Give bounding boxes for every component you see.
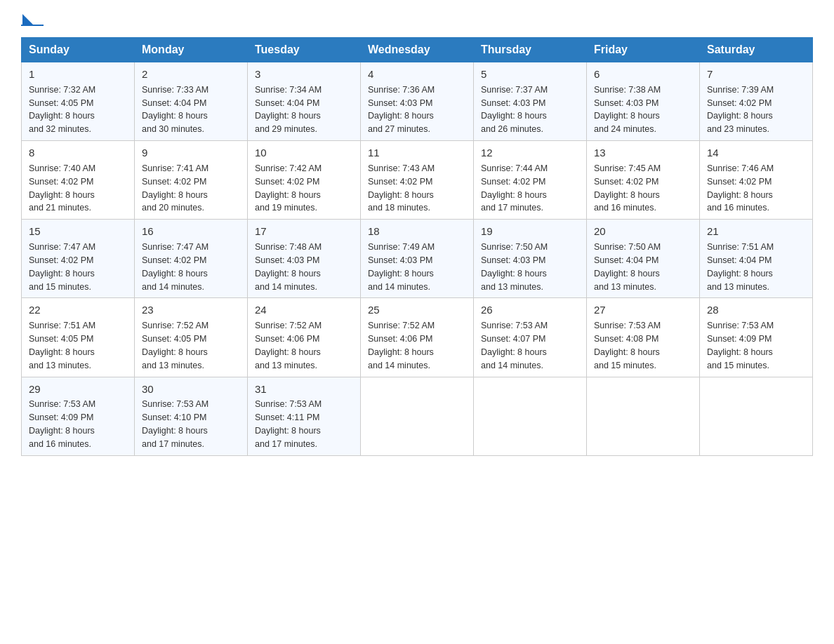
day-cell: 29 Sunrise: 7:53 AMSunset: 4:09 PMDaylig… — [22, 377, 135, 455]
day-number: 24 — [255, 302, 353, 318]
day-cell: 26 Sunrise: 7:53 AMSunset: 4:07 PMDaylig… — [474, 298, 587, 377]
weekday-header-tuesday: Tuesday — [248, 38, 361, 62]
day-number: 14 — [707, 145, 805, 161]
day-cell: 15 Sunrise: 7:47 AMSunset: 4:02 PMDaylig… — [22, 220, 135, 298]
weekday-header-friday: Friday — [587, 38, 700, 62]
day-cell: 14 Sunrise: 7:46 AMSunset: 4:02 PMDaylig… — [700, 141, 813, 220]
day-cell: 8 Sunrise: 7:40 AMSunset: 4:02 PMDayligh… — [22, 141, 135, 220]
day-cell: 16 Sunrise: 7:47 AMSunset: 4:02 PMDaylig… — [135, 220, 248, 298]
day-cell — [361, 377, 474, 455]
day-info: Sunrise: 7:53 AMSunset: 4:09 PMDaylight:… — [29, 399, 95, 449]
day-info: Sunrise: 7:33 AMSunset: 4:04 PMDaylight:… — [142, 85, 208, 135]
weekday-header-thursday: Thursday — [474, 38, 587, 62]
weekday-header-saturday: Saturday — [700, 38, 813, 62]
day-cell: 22 Sunrise: 7:51 AMSunset: 4:05 PMDaylig… — [22, 298, 135, 377]
day-number: 6 — [594, 67, 692, 82]
week-row-3: 15 Sunrise: 7:47 AMSunset: 4:02 PMDaylig… — [22, 220, 813, 298]
day-cell: 28 Sunrise: 7:53 AMSunset: 4:09 PMDaylig… — [700, 298, 813, 377]
day-info: Sunrise: 7:53 AMSunset: 4:11 PMDaylight:… — [255, 399, 322, 449]
day-cell: 23 Sunrise: 7:52 AMSunset: 4:05 PMDaylig… — [135, 298, 248, 377]
day-cell — [474, 377, 587, 455]
day-cell — [587, 377, 700, 455]
day-cell — [700, 377, 813, 455]
day-info: Sunrise: 7:43 AMSunset: 4:02 PMDaylight:… — [368, 163, 435, 213]
day-cell: 1 Sunrise: 7:32 AMSunset: 4:05 PMDayligh… — [22, 62, 135, 141]
day-number: 27 — [594, 302, 692, 318]
weekday-header-sunday: Sunday — [22, 38, 135, 62]
week-row-4: 22 Sunrise: 7:51 AMSunset: 4:05 PMDaylig… — [22, 298, 813, 377]
week-row-1: 1 Sunrise: 7:32 AMSunset: 4:05 PMDayligh… — [22, 62, 813, 141]
day-cell: 4 Sunrise: 7:36 AMSunset: 4:03 PMDayligh… — [361, 62, 474, 141]
day-info: Sunrise: 7:53 AMSunset: 4:08 PMDaylight:… — [594, 321, 661, 370]
day-info: Sunrise: 7:32 AMSunset: 4:05 PMDaylight:… — [29, 85, 95, 135]
day-cell: 24 Sunrise: 7:52 AMSunset: 4:06 PMDaylig… — [248, 298, 361, 377]
day-info: Sunrise: 7:47 AMSunset: 4:02 PMDaylight:… — [29, 242, 95, 292]
calendar-table: SundayMondayTuesdayWednesdayThursdayFrid… — [21, 37, 813, 456]
day-info: Sunrise: 7:51 AMSunset: 4:05 PMDaylight:… — [29, 321, 95, 370]
day-number: 29 — [29, 382, 127, 397]
day-cell: 18 Sunrise: 7:49 AMSunset: 4:03 PMDaylig… — [361, 220, 474, 298]
day-cell: 9 Sunrise: 7:41 AMSunset: 4:02 PMDayligh… — [135, 141, 248, 220]
day-number: 25 — [368, 302, 466, 318]
day-info: Sunrise: 7:45 AMSunset: 4:02 PMDaylight:… — [594, 163, 661, 213]
day-cell: 11 Sunrise: 7:43 AMSunset: 4:02 PMDaylig… — [361, 141, 474, 220]
day-info: Sunrise: 7:47 AMSunset: 4:02 PMDaylight:… — [142, 242, 208, 292]
day-number: 9 — [142, 145, 240, 161]
day-cell: 27 Sunrise: 7:53 AMSunset: 4:08 PMDaylig… — [587, 298, 700, 377]
day-info: Sunrise: 7:38 AMSunset: 4:03 PMDaylight:… — [594, 85, 661, 135]
day-number: 23 — [142, 302, 240, 318]
day-number: 18 — [368, 224, 466, 239]
day-info: Sunrise: 7:37 AMSunset: 4:03 PMDaylight:… — [481, 85, 548, 135]
day-info: Sunrise: 7:44 AMSunset: 4:02 PMDaylight:… — [481, 163, 548, 213]
day-info: Sunrise: 7:52 AMSunset: 4:06 PMDaylight:… — [368, 321, 435, 370]
day-info: Sunrise: 7:49 AMSunset: 4:03 PMDaylight:… — [368, 242, 435, 292]
day-number: 17 — [255, 224, 353, 239]
day-number: 3 — [255, 67, 353, 82]
day-cell: 2 Sunrise: 7:33 AMSunset: 4:04 PMDayligh… — [135, 62, 248, 141]
day-cell: 31 Sunrise: 7:53 AMSunset: 4:11 PMDaylig… — [248, 377, 361, 455]
day-info: Sunrise: 7:53 AMSunset: 4:10 PMDaylight:… — [142, 399, 208, 449]
day-number: 5 — [481, 67, 579, 82]
day-number: 20 — [594, 224, 692, 239]
day-cell: 17 Sunrise: 7:48 AMSunset: 4:03 PMDaylig… — [248, 220, 361, 298]
weekday-header-row: SundayMondayTuesdayWednesdayThursdayFrid… — [22, 38, 813, 62]
day-number: 7 — [707, 67, 805, 82]
day-number: 31 — [255, 382, 353, 397]
day-cell: 7 Sunrise: 7:39 AMSunset: 4:02 PMDayligh… — [700, 62, 813, 141]
week-row-5: 29 Sunrise: 7:53 AMSunset: 4:09 PMDaylig… — [22, 377, 813, 455]
day-number: 11 — [368, 145, 466, 161]
day-cell: 10 Sunrise: 7:42 AMSunset: 4:02 PMDaylig… — [248, 141, 361, 220]
day-info: Sunrise: 7:39 AMSunset: 4:02 PMDaylight:… — [707, 85, 774, 135]
day-cell: 12 Sunrise: 7:44 AMSunset: 4:02 PMDaylig… — [474, 141, 587, 220]
day-number: 15 — [29, 224, 127, 239]
day-cell: 13 Sunrise: 7:45 AMSunset: 4:02 PMDaylig… — [587, 141, 700, 220]
day-info: Sunrise: 7:53 AMSunset: 4:09 PMDaylight:… — [707, 321, 774, 370]
day-number: 13 — [594, 145, 692, 161]
day-number: 22 — [29, 302, 127, 318]
logo — [21, 14, 44, 26]
weekday-header-monday: Monday — [135, 38, 248, 62]
logo-arrow-icon — [22, 14, 34, 25]
day-info: Sunrise: 7:41 AMSunset: 4:02 PMDaylight:… — [142, 163, 208, 213]
day-cell: 3 Sunrise: 7:34 AMSunset: 4:04 PMDayligh… — [248, 62, 361, 141]
day-info: Sunrise: 7:50 AMSunset: 4:04 PMDaylight:… — [594, 242, 661, 292]
day-info: Sunrise: 7:50 AMSunset: 4:03 PMDaylight:… — [481, 242, 548, 292]
day-info: Sunrise: 7:40 AMSunset: 4:02 PMDaylight:… — [29, 163, 95, 213]
day-number: 30 — [142, 382, 240, 397]
day-info: Sunrise: 7:42 AMSunset: 4:02 PMDaylight:… — [255, 163, 322, 213]
header — [21, 14, 813, 26]
day-info: Sunrise: 7:51 AMSunset: 4:04 PMDaylight:… — [707, 242, 774, 292]
day-number: 10 — [255, 145, 353, 161]
day-cell: 25 Sunrise: 7:52 AMSunset: 4:06 PMDaylig… — [361, 298, 474, 377]
day-info: Sunrise: 7:48 AMSunset: 4:03 PMDaylight:… — [255, 242, 322, 292]
day-number: 19 — [481, 224, 579, 239]
day-cell: 6 Sunrise: 7:38 AMSunset: 4:03 PMDayligh… — [587, 62, 700, 141]
day-number: 1 — [29, 67, 127, 82]
day-number: 26 — [481, 302, 579, 318]
day-number: 12 — [481, 145, 579, 161]
day-info: Sunrise: 7:46 AMSunset: 4:02 PMDaylight:… — [707, 163, 774, 213]
day-info: Sunrise: 7:34 AMSunset: 4:04 PMDaylight:… — [255, 85, 322, 135]
day-info: Sunrise: 7:36 AMSunset: 4:03 PMDaylight:… — [368, 85, 435, 135]
day-number: 2 — [142, 67, 240, 82]
weekday-header-wednesday: Wednesday — [361, 38, 474, 62]
